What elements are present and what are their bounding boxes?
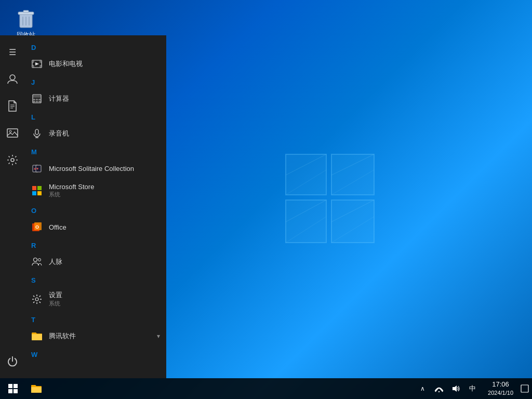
- folder-icon: [31, 383, 42, 394]
- app-item-recorder[interactable]: 录音机: [25, 123, 166, 144]
- svg-text:O: O: [35, 224, 39, 230]
- app-settings-info: 设置 系统: [49, 290, 62, 308]
- svg-rect-55: [8, 389, 12, 393]
- sidebar-item-user[interactable]: [0, 66, 25, 91]
- solitaire-icon: ♠ ♥: [31, 163, 43, 174]
- recycle-bin-icon[interactable]: 回收站: [8, 8, 44, 39]
- app-item-store[interactable]: Microsoft Store 系统: [25, 179, 166, 203]
- app-calc-info: 计算器: [49, 94, 69, 103]
- tray-chevron[interactable]: ∧: [415, 378, 430, 399]
- office-icon: O: [31, 221, 43, 233]
- svg-rect-43: [32, 186, 36, 190]
- section-letter-s: S: [25, 272, 166, 286]
- tray-volume[interactable]: [448, 378, 463, 399]
- app-movies-name: 电影和电视: [49, 59, 83, 69]
- start-applist[interactable]: D 电影和电视 J: [25, 35, 166, 378]
- svg-rect-36: [35, 129, 38, 135]
- svg-rect-26: [40, 65, 42, 68]
- app-store-subtitle: 系统: [49, 191, 94, 198]
- svg-rect-53: [8, 384, 12, 388]
- svg-rect-23: [32, 60, 34, 62]
- app-item-solitaire[interactable]: ♠ ♥ Microsoft Solitaire Collection: [25, 158, 166, 179]
- chevron-icon: ∧: [420, 385, 425, 392]
- svg-rect-44: [37, 186, 42, 190]
- svg-rect-10: [23, 10, 29, 12]
- app-settings-subtitle: 系统: [49, 300, 62, 308]
- svg-rect-46: [37, 191, 42, 195]
- svg-point-14: [10, 75, 15, 80]
- start-windows-icon: [8, 384, 18, 393]
- section-letter-t: T: [25, 312, 166, 326]
- svg-rect-18: [7, 129, 18, 137]
- taskbar: ∧ 中: [0, 378, 532, 399]
- svg-rect-54: [14, 384, 18, 388]
- app-item-tencent[interactable]: 腾讯软件 ▾: [25, 326, 166, 347]
- svg-rect-25: [32, 65, 34, 68]
- people-icon: [31, 256, 43, 268]
- app-people-name: 人脉: [49, 257, 62, 267]
- windows-logo: [281, 149, 379, 250]
- desktop: 回收站 ☰: [0, 0, 532, 399]
- app-store-name: Microsoft Store: [49, 183, 94, 191]
- section-letter-d: D: [25, 39, 166, 54]
- app-tencent-info: 腾讯软件: [49, 331, 76, 341]
- pictures-icon: [7, 128, 18, 138]
- app-settings-name: 设置: [49, 290, 62, 300]
- tencent-folder-icon: [31, 330, 43, 342]
- app-calc-name: 计算器: [49, 94, 69, 103]
- hamburger-button[interactable]: ☰: [0, 39, 25, 64]
- app-solitaire-name: Microsoft Solitaire Collection: [49, 165, 134, 172]
- section-letter-o: O: [25, 203, 166, 217]
- sidebar-item-power[interactable]: [0, 349, 25, 374]
- svg-rect-56: [14, 389, 18, 393]
- svg-point-50: [34, 258, 37, 262]
- notification-button[interactable]: [517, 378, 532, 399]
- app-store-info: Microsoft Store 系统: [49, 183, 94, 198]
- clock-date: 2024/1/10: [488, 389, 513, 396]
- svg-marker-58: [453, 385, 457, 392]
- app-item-settings[interactable]: 设置 系统: [25, 286, 166, 312]
- start-button[interactable]: [0, 378, 26, 399]
- recorder-icon: [31, 128, 43, 139]
- svg-rect-31: [36, 99, 38, 100]
- svg-point-19: [9, 130, 11, 132]
- sidebar-item-settings[interactable]: [0, 148, 25, 172]
- volume-icon: [451, 384, 460, 393]
- document-icon: [7, 100, 18, 112]
- svg-rect-59: [521, 385, 528, 392]
- app-office-name: Office: [49, 223, 66, 231]
- taskbar-file-explorer[interactable]: [26, 378, 47, 399]
- start-sidebar: ☰: [0, 35, 25, 378]
- taskbar-clock[interactable]: 17:06 2024/1/10: [484, 378, 517, 399]
- hamburger-icon: ☰: [9, 47, 16, 57]
- calculator-icon: [31, 93, 43, 104]
- app-solitaire-info: Microsoft Solitaire Collection: [49, 165, 134, 172]
- app-movies-info: 电影和电视: [49, 59, 83, 69]
- user-icon: [7, 73, 18, 85]
- tray-network[interactable]: [432, 378, 446, 399]
- notification-icon: [521, 384, 529, 393]
- section-letter-r: R: [25, 237, 166, 251]
- sidebar-item-documents[interactable]: [0, 94, 25, 118]
- app-tencent-name: 腾讯软件: [49, 331, 76, 341]
- svg-rect-33: [33, 101, 35, 102]
- app-item-calculator[interactable]: 计算器: [25, 88, 166, 109]
- app-recorder-info: 录音机: [49, 129, 69, 138]
- settings-icon: [7, 154, 18, 166]
- svg-point-20: [11, 158, 14, 162]
- app-people-info: 人脉: [49, 257, 62, 267]
- svg-rect-35: [38, 101, 41, 102]
- app-office-info: Office: [49, 223, 66, 231]
- app-item-movies[interactable]: 电影和电视: [25, 54, 166, 74]
- svg-point-52: [35, 298, 38, 301]
- sidebar-item-pictures[interactable]: [0, 121, 25, 145]
- tray-ime[interactable]: 中: [465, 378, 480, 399]
- app-item-people[interactable]: 人脉: [25, 251, 166, 272]
- app-settings-icon: [31, 294, 43, 305]
- taskbar-tray: ∧ 中: [411, 378, 484, 399]
- network-icon: [435, 385, 443, 392]
- svg-point-51: [38, 259, 41, 261]
- svg-text:♥: ♥: [36, 167, 38, 170]
- app-item-office[interactable]: O Office: [25, 217, 166, 237]
- svg-marker-27: [35, 62, 39, 65]
